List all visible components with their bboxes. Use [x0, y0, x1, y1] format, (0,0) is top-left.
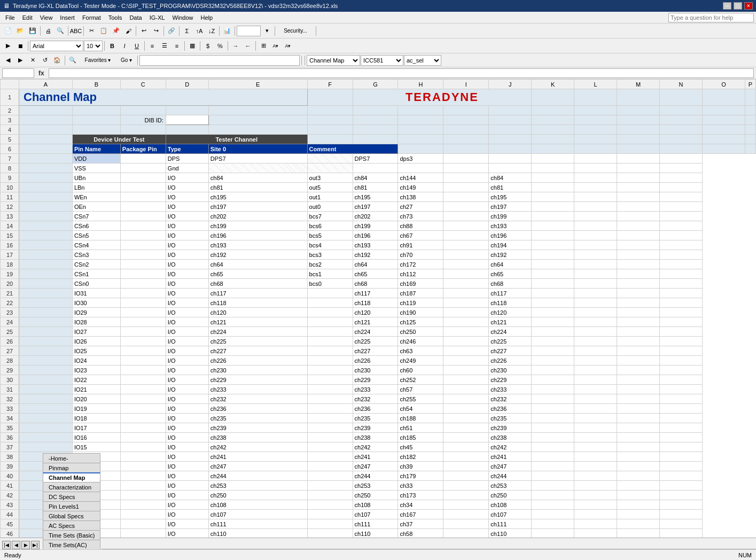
- grid-wrapper[interactable]: A B C D E F G H I J K L M N O P: [0, 79, 756, 538]
- col-header-G[interactable]: G: [353, 80, 398, 89]
- sheet-tab-pin-levels1[interactable]: Pin Levels1: [43, 501, 100, 511]
- pin-name-cell[interactable]: IO21: [72, 385, 120, 394]
- align-right-button[interactable]: ≡: [171, 40, 183, 52]
- pin-name-cell[interactable]: IO28: [72, 317, 120, 327]
- tab-first-button[interactable]: |◀: [2, 541, 11, 549]
- pin-name-cell[interactable]: IO20: [72, 394, 120, 404]
- sheet-tab-channel-map[interactable]: Channel Map: [43, 472, 100, 482]
- pin-name-cell[interactable]: CSn6: [72, 221, 120, 231]
- stop-button[interactable]: ⏹: [14, 40, 26, 52]
- borders-button[interactable]: ⊞: [258, 40, 269, 52]
- col-header-B[interactable]: B: [72, 80, 120, 89]
- zoom-input[interactable]: 100%: [237, 26, 261, 36]
- percent-button[interactable]: %: [214, 40, 226, 52]
- search-button[interactable]: 🔍: [67, 55, 79, 66]
- security-button[interactable]: Security...: [277, 25, 314, 37]
- pin-name-cell[interactable]: CSn2: [72, 260, 120, 269]
- menu-igxl[interactable]: IG-XL: [146, 13, 168, 22]
- tab-next-button[interactable]: ▶: [21, 541, 30, 549]
- cell-reference-input[interactable]: B7: [2, 68, 34, 78]
- merge-button[interactable]: ▦: [186, 40, 198, 52]
- pin-name-cell[interactable]: WEn: [72, 192, 120, 202]
- col-header-P[interactable]: P: [745, 80, 756, 89]
- align-left-button[interactable]: ≡: [146, 40, 158, 52]
- pin-name-cell[interactable]: UBn: [72, 173, 120, 183]
- pin-name-cell[interactable]: IO15: [72, 442, 120, 452]
- open-button[interactable]: 📂: [14, 25, 26, 37]
- menu-tools[interactable]: Tools: [105, 13, 126, 22]
- pin-name-cell[interactable]: OEn: [72, 202, 120, 212]
- hyperlink-button[interactable]: 🔗: [166, 25, 177, 37]
- font-name-select[interactable]: Arial: [30, 41, 83, 51]
- col-header-A[interactable]: A: [19, 80, 73, 89]
- tab-last-button[interactable]: ▶|: [31, 541, 40, 549]
- icc-select[interactable]: ICC581: [361, 55, 403, 66]
- pin-name-cell[interactable]: IO17: [72, 423, 120, 433]
- menu-help[interactable]: Help: [198, 13, 216, 22]
- pin-name-cell[interactable]: IO23: [72, 365, 120, 375]
- italic-button[interactable]: I: [119, 40, 130, 52]
- dib-input-cell[interactable]: [166, 115, 208, 125]
- ac-sel-select[interactable]: ac_sel: [404, 55, 441, 66]
- col-header-N[interactable]: N: [660, 80, 703, 89]
- zoom-dropdown-button[interactable]: ▾: [261, 25, 273, 37]
- menu-view[interactable]: View: [37, 13, 56, 22]
- underline-button[interactable]: U: [131, 40, 143, 52]
- pin-name-cell[interactable]: IO18: [72, 414, 120, 423]
- pin-name-cell[interactable]: IO19: [72, 404, 120, 414]
- currency-button[interactable]: $: [202, 40, 214, 52]
- col-header-H[interactable]: H: [398, 80, 443, 89]
- pin-name-cell[interactable]: CSn1: [72, 269, 120, 279]
- tab-prev-button[interactable]: ◀: [12, 541, 20, 549]
- decrease-indent-button[interactable]: ←: [242, 40, 254, 52]
- go-dropdown[interactable]: Go ▾: [117, 55, 136, 66]
- copy-button[interactable]: 📋: [98, 25, 110, 37]
- col-header-O[interactable]: O: [702, 80, 745, 89]
- sheet-tab-characterization[interactable]: Characterization: [43, 482, 100, 492]
- col-header-J[interactable]: J: [489, 80, 532, 89]
- menu-format[interactable]: Format: [79, 13, 104, 22]
- pin-name-cell[interactable]: IO27: [72, 327, 120, 337]
- sort-desc-button[interactable]: ↓Z: [206, 25, 217, 37]
- pin-name-cell[interactable]: CSn5: [72, 231, 120, 240]
- pin-name-cell[interactable]: LBn: [72, 183, 120, 192]
- pin-name-cell[interactable]: VSS: [72, 164, 120, 173]
- col-header-M[interactable]: M: [617, 80, 660, 89]
- channel-map-select[interactable]: Channel Map: [307, 55, 360, 66]
- increase-indent-button[interactable]: →: [230, 40, 241, 52]
- pin-name-cell[interactable]: CSn3: [72, 250, 120, 260]
- menu-file[interactable]: File: [2, 13, 18, 22]
- play-button[interactable]: ▶: [2, 40, 14, 52]
- sheet-tab-global-specs[interactable]: Global Specs: [43, 511, 100, 520]
- pin-name-cell[interactable]: VDD: [72, 154, 120, 164]
- back-button[interactable]: ◀: [2, 55, 14, 66]
- menu-window[interactable]: Window: [169, 13, 196, 22]
- col-header-E[interactable]: E: [208, 80, 307, 89]
- sheet-tab-time-sets(ac)[interactable]: Time Sets(AC): [43, 540, 100, 549]
- pin-name-cell[interactable]: IO29: [72, 308, 120, 317]
- cut-button[interactable]: ✂: [85, 25, 97, 37]
- print-preview-button[interactable]: 🔍: [54, 25, 66, 37]
- pin-name-cell[interactable]: IO22: [72, 375, 120, 385]
- sheet-tab-pinmap[interactable]: Pinmap: [43, 463, 100, 472]
- undo-button[interactable]: ↩: [138, 25, 150, 37]
- pin-name-cell[interactable]: IO16: [72, 433, 120, 442]
- font-color-button[interactable]: A▾: [282, 40, 294, 52]
- col-header-K[interactable]: K: [532, 80, 574, 89]
- sheet-tab-dc-specs[interactable]: DC Specs: [43, 492, 100, 501]
- sort-asc-button[interactable]: ↑A: [193, 25, 205, 37]
- pin-name-cell[interactable]: IO30: [72, 298, 120, 308]
- fill-color-button[interactable]: A▾: [270, 40, 282, 52]
- pin-name-cell[interactable]: CSn4: [72, 240, 120, 250]
- close-button[interactable]: ✕: [744, 2, 753, 10]
- forward-button[interactable]: ▶: [14, 55, 26, 66]
- formula-value-input[interactable]: VDD: [49, 68, 754, 78]
- pin-name-cell[interactable]: CSn0: [72, 279, 120, 289]
- menu-insert[interactable]: Insert: [57, 13, 78, 22]
- col-header-D[interactable]: D: [166, 80, 208, 89]
- align-center-button[interactable]: ☰: [159, 40, 170, 52]
- col-header-I[interactable]: I: [443, 80, 489, 89]
- pin-name-cell[interactable]: IO24: [72, 356, 120, 365]
- restore-button[interactable]: □: [734, 2, 742, 10]
- menu-data[interactable]: Data: [126, 13, 145, 22]
